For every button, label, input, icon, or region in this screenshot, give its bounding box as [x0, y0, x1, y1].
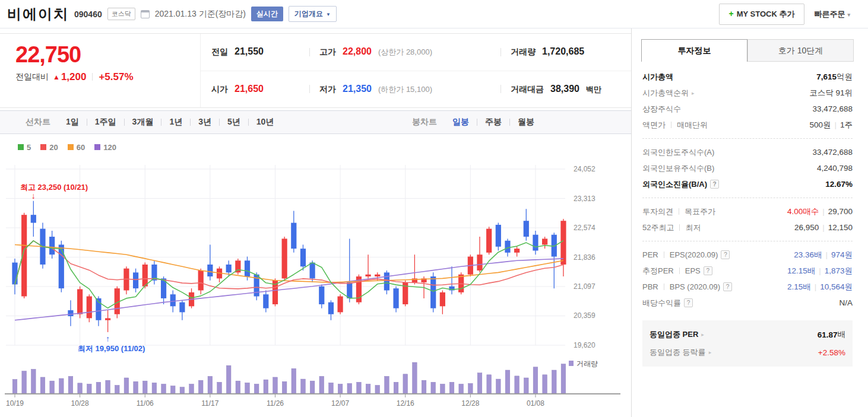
quote-field-label: 저가: [319, 84, 336, 95]
info-row-label: 시가총액: [642, 72, 673, 82]
info-row-label[interactable]: 동일업종 등락률▸: [650, 347, 711, 358]
tab-candle-일봉[interactable]: 일봉: [445, 117, 477, 128]
company-overview-button[interactable]: 기업개요▼: [289, 6, 337, 22]
up-arrow-icon: ↑: [106, 334, 110, 343]
investor-info-panel: 투자정보호가 10단계 시가총액7,615억원시가총액순위▸코스닥 91위상장주…: [631, 28, 868, 417]
divider: [500, 85, 501, 93]
volume-legend-swatch: [569, 361, 574, 366]
info-value-text: 23.36배: [794, 250, 822, 260]
candle: [142, 265, 148, 287]
info-row-label[interactable]: 동일업종 PER▸: [650, 329, 704, 340]
help-icon[interactable]: ?: [684, 298, 693, 307]
realtime-button[interactable]: 실시간: [251, 7, 283, 21]
divider: [309, 48, 310, 56]
tab-range-1일[interactable]: 1일: [58, 117, 87, 128]
divider: [92, 73, 93, 81]
divider: |: [815, 266, 825, 275]
tab-range-10년[interactable]: 10년: [249, 117, 282, 128]
candles: [12, 201, 566, 332]
calendar-icon: [141, 10, 150, 18]
legend-label: 5: [27, 143, 31, 152]
legend-label: 120: [103, 143, 116, 152]
info-label-text: 투자의견: [642, 206, 673, 217]
candle: [560, 221, 566, 265]
help-icon[interactable]: ?: [721, 250, 730, 259]
help-icon[interactable]: ?: [710, 180, 719, 189]
y-axis-label: 20,359: [574, 311, 595, 320]
info-row: 배당수익률?N/A: [642, 295, 853, 311]
info-row-label: 외국인소진율(B/A)?: [642, 179, 719, 190]
info-value-text: 33,472,688: [812, 104, 853, 113]
quote-field-label: 고가: [319, 47, 336, 58]
legend-swatch: [68, 144, 74, 150]
info-row-label[interactable]: 시가총액순위▸: [642, 88, 695, 98]
info-row-label: PEREPS(2020.09)?: [642, 250, 730, 259]
info-row: 추정PEREPS?12.15배|1,873원: [642, 263, 853, 279]
info-row-value: 코스닥 91위: [809, 88, 853, 98]
divider: [671, 122, 671, 128]
info-value-text: 33,472,688: [812, 148, 853, 157]
info-value-text: 7,615: [816, 72, 837, 81]
candle: [133, 272, 138, 288]
info-row-label: 외국인보유주식수(B): [642, 163, 714, 174]
my-stock-add-button[interactable]: +MY STOCK 추가: [719, 4, 805, 25]
info-row-value: 26,950|12,150: [794, 223, 853, 232]
low-annotation: 최저 19,950 (11/02): [78, 344, 145, 353]
change-label: 전일대비: [15, 72, 49, 82]
info-row-label: 액면가매매단위: [642, 120, 708, 130]
info-label-text: 목표주가: [685, 206, 715, 217]
info-row-value: 33,472,688: [812, 148, 853, 157]
candle: [245, 260, 250, 276]
help-icon[interactable]: ?: [704, 266, 712, 275]
tab-candle-봉차트[interactable]: 봉차트: [404, 117, 445, 128]
info-value-text: 974원: [831, 250, 853, 260]
info-label-text: 상장주식수: [642, 104, 681, 114]
info-value-text: 코스닥 91위: [809, 88, 853, 98]
quick-order-button[interactable]: 빠른주문▾: [814, 9, 850, 20]
tab-range-3년[interactable]: 3년: [191, 117, 219, 128]
legend-swatch: [18, 144, 24, 150]
candle: [49, 237, 55, 254]
candle: [393, 288, 398, 308]
info-label-text: 추정PER: [642, 266, 674, 276]
info-row-label: PBRBPS (2020.09)?: [642, 282, 732, 291]
ma-legend-item: 20: [40, 143, 58, 152]
quote-field: 저가21,350(하한가 15,100): [319, 84, 500, 95]
tab-range-3개월[interactable]: 3개월: [125, 117, 161, 128]
help-icon[interactable]: ?: [723, 282, 732, 291]
tab-투자정보[interactable]: 투자정보: [641, 39, 747, 62]
quote-field-label: 전일: [211, 47, 228, 58]
main-panel: 22,750 전일대비 ▲ 1,200 +5.57% 전일21,550고가22,…: [0, 28, 631, 417]
candle: [486, 229, 492, 253]
tab-호가 10단계[interactable]: 호가 10단계: [747, 39, 854, 62]
tab-candle-주봉[interactable]: 주봉: [477, 117, 509, 128]
divider: [664, 284, 664, 290]
candle: [347, 282, 352, 298]
quote-field-value: 1,720,685: [542, 46, 584, 57]
same-industry-box: 동일업종 PER▸61.87배동일업종 등락률▸+2.58%: [642, 320, 853, 367]
tab-range-5년[interactable]: 5년: [220, 117, 248, 128]
divider: [679, 268, 680, 274]
info-value-text: N/A: [839, 298, 853, 307]
chevron-right-icon: ▸: [701, 332, 704, 338]
info-value-text: 4.00매수: [787, 206, 819, 217]
candle: [496, 225, 501, 247]
my-stock-label: MY STOCK 추가: [737, 9, 795, 18]
candle: [282, 238, 287, 278]
x-axis-label: 11/06: [137, 399, 154, 408]
candle: [440, 292, 445, 306]
info-row-value: 61.87배: [818, 329, 845, 340]
legend-label: 20: [49, 143, 58, 152]
candle: [68, 310, 73, 316]
quote-field-value: 21,350: [343, 84, 372, 94]
candle: [207, 265, 213, 276]
tab-range-1주일[interactable]: 1주일: [87, 117, 124, 128]
tab-range-선차트[interactable]: 선차트: [18, 117, 58, 128]
tab-range-1년[interactable]: 1년: [161, 117, 190, 128]
tab-candle-월봉[interactable]: 월봉: [510, 117, 542, 128]
info-row: PEREPS(2020.09)?23.36배|974원: [642, 247, 853, 263]
x-axis-label: 01/08: [527, 399, 544, 408]
x-axis-label: 11/17: [201, 399, 218, 408]
quick-order-label: 빠른주문: [814, 9, 845, 18]
quote-field-extra: (하한가 15,100): [378, 84, 432, 95]
